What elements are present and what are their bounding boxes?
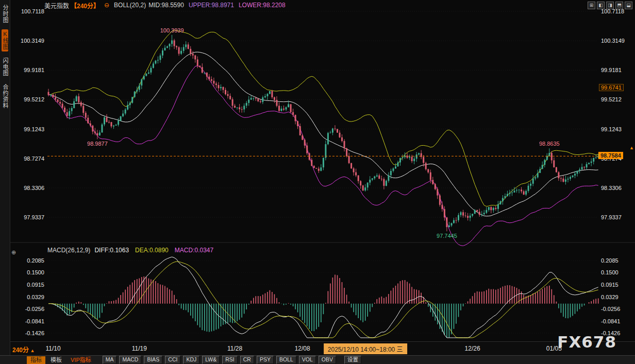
sidebar-item-tab[interactable]: 合约资料 [2,82,8,110]
candle-body [483,213,485,214]
candle-body [378,176,380,179]
candle-body [211,79,212,81]
candle-body [250,98,252,100]
candle-body [76,96,77,101]
candle-body [495,208,496,209]
macd-macd-value: MACD:0.0347 [175,247,213,254]
candle-body [190,49,191,54]
boll-mid-line [48,52,598,216]
candle-body [479,212,480,215]
toolbar-tab[interactable]: VIP指标 [67,356,95,364]
candle-body [246,103,247,106]
indicator-button-vol[interactable]: VOL [299,356,316,364]
candle-body [185,44,187,47]
toolbar-tab[interactable]: 指标 [27,356,45,364]
candle-body [120,116,122,120]
layout-top-icon[interactable]: ⬒ [615,2,623,9]
candle-body [174,41,175,46]
candle-body [367,183,369,188]
candle-body [393,168,394,171]
candle-body [570,177,571,179]
candle-body [169,44,171,46]
indicator-button-cr[interactable]: CR [240,356,254,364]
candle-body [232,99,233,106]
candle-body [243,106,245,109]
boll-lower-line [48,66,598,246]
indicator-button-ma[interactable]: MA [103,356,117,364]
candle-body [82,106,84,113]
period-selector[interactable]: 240分 ▲ [12,345,35,354]
indicator-button-bias[interactable]: BIAS [144,356,162,364]
collapse-icon[interactable]: ⊖ [104,2,109,9]
sidebar-item-tab[interactable]: 闪电图 [2,56,8,78]
candle-body [69,111,70,116]
candle-body [302,135,303,140]
layout-left-icon[interactable]: ◧ [597,2,605,9]
macd-diff-line [48,257,598,338]
candle-body [299,126,301,135]
candle-body [215,83,217,85]
candle-body [237,108,238,108]
candle-body [295,115,296,121]
boll-indicator-label: BOLL(20,2) [114,2,146,9]
indicator-settings-icon[interactable]: ⊕ [11,249,16,256]
selected-bar-label: 2025/12/10 14:00~18:00 三 [324,343,407,354]
candle-body [497,204,499,209]
candle-body [462,212,464,215]
sidebar-item-tab[interactable]: 分时图 [2,3,8,25]
macd-diff-value: DIFF:0.1063 [94,247,129,254]
macd-layer [48,275,598,338]
candle-body [390,171,392,175]
candle-body [102,125,103,133]
indicator-button-cci[interactable]: CCI [165,356,180,364]
indicator-button-kdj[interactable]: KDJ [183,356,199,364]
indicator-button-obv[interactable]: OBV [319,356,336,364]
candle-body [271,91,273,97]
candle-body [283,109,285,110]
indicator-button-psy[interactable]: PSY [257,356,274,364]
candle-body [402,157,404,158]
candle-body [413,159,415,161]
macd-axis-label: -0.0256 [601,306,620,312]
candle-body [383,179,385,186]
candle-body [407,155,408,158]
ask-price-badge: 99.6741 [599,84,624,91]
candle-body [551,153,553,160]
candle-body [225,90,226,94]
indicator-button-lw[interactable]: LW& [202,356,220,364]
candle-body [292,112,294,115]
candle-body [453,220,455,223]
layout-bottom-icon[interactable]: ⬓ [625,2,632,9]
candle-body [315,168,317,168]
indicator-button-rsi[interactable]: RSI [222,356,238,364]
layout-right-icon[interactable]: ◨ [606,2,614,9]
price-and-macd-chart[interactable]: 100.7118100.7118100.3149100.314999.91819… [0,0,635,341]
candle-body [223,87,224,90]
candle-body [92,126,93,132]
candle-body [397,162,399,166]
candle-body [516,190,517,190]
indicator-button-macd[interactable]: MACD [119,356,141,364]
candle-body [591,162,592,163]
left-sidebar: 分时图K线图闪电图合约资料 [0,0,10,355]
indicator-button-boll[interactable]: BOLL [276,356,296,364]
toolbar-tab[interactable]: 模板 [47,356,65,364]
price-axis-label: 98.3306 [24,185,44,191]
period-label[interactable]: 【240分】 [71,1,99,10]
candle-body [546,156,548,160]
candle-body [94,132,96,133]
x-axis-label: 11/19 [132,345,147,352]
candle-body [470,216,471,218]
sidebar-item-active[interactable]: K线图 [2,29,8,51]
candle-body [113,126,114,127]
candle-body [148,73,149,74]
price-up-arrow-icon: ▲ [629,145,634,150]
candle-body [381,179,382,179]
candle-body [493,208,494,211]
candle-body [423,157,424,163]
candle-body [202,67,203,73]
layout-grid-icon[interactable]: ⊞ [588,2,595,9]
candle-body [339,133,341,137]
settings-button[interactable]: 设置 [344,356,361,364]
candle-body [467,216,469,218]
